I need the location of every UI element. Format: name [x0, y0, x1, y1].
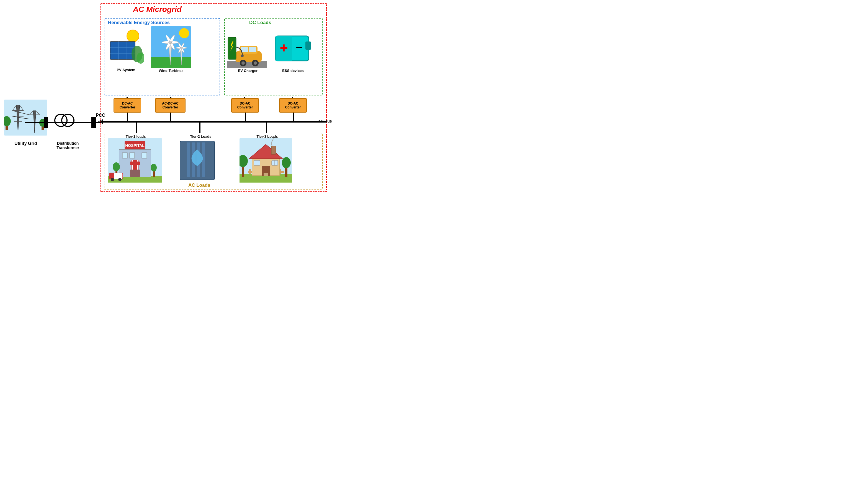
ev-charger-icon: [227, 26, 267, 68]
svg-rect-44: [4, 100, 47, 136]
transformer-label: Distribution Transformer: [51, 141, 85, 150]
ac-dc-ac-converter: AC-DC-AC Converter: [155, 98, 186, 112]
svg-point-16: [179, 28, 189, 38]
svg-text:−: −: [296, 41, 302, 53]
svg-point-38: [241, 54, 244, 57]
pcc-label: PCC: [96, 113, 105, 118]
dc-loads-title: DC Loads: [249, 20, 271, 25]
dcac1-to-bus: [127, 112, 128, 122]
svg-point-21: [169, 41, 172, 44]
svg-rect-99: [280, 169, 281, 174]
bus-to-switch1: [25, 122, 44, 123]
utility-grid-icon: [4, 100, 47, 136]
svg-rect-72: [133, 160, 137, 171]
dcac2-to-bus: [245, 112, 246, 122]
svg-rect-83: [187, 142, 190, 177]
svg-rect-110: [264, 173, 268, 176]
wind-turbine-icon: [151, 26, 191, 68]
svg-rect-102: [271, 146, 276, 154]
utility-grid-label: Utility Grid: [8, 141, 44, 146]
dc-ac-converter-2: DC-AC Converter: [231, 98, 259, 112]
ess-devices-icon: + −: [273, 26, 313, 68]
dc-ac-converter-3: DC-AC Converter: [279, 98, 307, 112]
dcac3-to-bus: [293, 112, 294, 122]
switch1-to-transformer: [48, 122, 54, 123]
svg-rect-67: [142, 153, 147, 158]
dc-ac-converter-1: DC-AC Converter: [114, 98, 141, 112]
ac-loads-title: AC Loads: [188, 183, 210, 188]
tier3-vert-line: [266, 122, 267, 133]
res-title: Renewable Energy Sources: [108, 20, 170, 25]
ess-devices-label: ESS devices: [274, 69, 312, 73]
svg-point-81: [118, 178, 122, 181]
svg-rect-66: [129, 153, 135, 158]
svg-text:HOSPITAL: HOSPITAL: [125, 143, 144, 148]
pv-system-label: PV System: [109, 68, 143, 72]
acdcac-to-bus: [170, 112, 171, 122]
transformer-to-switch2: [79, 122, 91, 123]
svg-point-35: [254, 61, 257, 65]
pv-system-icon: [108, 28, 144, 66]
tier1-loads-label: Tier-1 loads: [118, 134, 154, 139]
hospital-icon: HOSPITAL: [108, 138, 162, 183]
svg-point-26: [180, 47, 182, 49]
svg-text:+: +: [280, 40, 288, 56]
tier1-vert-line: [136, 122, 137, 133]
tier2-loads-label: Tier-2 Loads: [183, 134, 219, 139]
svg-point-0: [127, 30, 139, 42]
svg-rect-36: [228, 37, 236, 59]
tier2-vert-line: [199, 122, 201, 133]
svg-rect-7: [110, 41, 135, 59]
svg-line-6: [138, 41, 138, 41]
ac-bus-label: AC Bus: [318, 119, 332, 123]
svg-rect-31: [249, 47, 256, 52]
water-utility-icon: [174, 138, 220, 183]
ac-microgrid-title: AC Microgrid: [133, 5, 181, 14]
switch-block-2: [91, 117, 96, 128]
svg-point-60: [55, 114, 67, 126]
svg-rect-73: [130, 169, 140, 177]
tier3-loads-label: Tier-3 Loads: [248, 134, 286, 139]
ev-charger-label: EV Charger: [228, 69, 267, 73]
wind-turbines-label: Wind Turbines: [152, 69, 191, 73]
svg-point-77: [151, 164, 157, 172]
svg-rect-15: [151, 57, 191, 68]
svg-point-33: [241, 61, 245, 65]
svg-point-92: [282, 157, 291, 168]
house-icon: [240, 138, 292, 183]
svg-rect-94: [249, 169, 251, 174]
svg-point-80: [111, 178, 114, 181]
svg-line-5: [128, 31, 128, 32]
switch-block-1: [44, 117, 48, 128]
svg-rect-40: [306, 41, 311, 50]
diagram-container: AC Microgrid Renewable Energy Sources DC…: [0, 0, 332, 196]
svg-point-75: [113, 162, 120, 171]
svg-rect-65: [122, 153, 127, 158]
svg-point-61: [62, 114, 74, 126]
transformer-icon: [54, 111, 79, 131]
